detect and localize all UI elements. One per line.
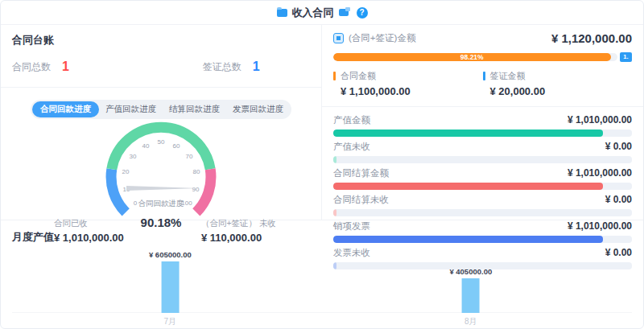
svg-text:90: 90 bbox=[192, 186, 200, 193]
metric-value: ¥ 1,010,000.00 bbox=[568, 220, 632, 232]
unreceived-label: （合同+签证） 未收 bbox=[201, 218, 276, 229]
summary-title: (合同+签证)金额 bbox=[349, 32, 415, 44]
metric-value: ¥ 0.00 bbox=[605, 194, 632, 205]
bar-group: ¥ 605000.00 7月 bbox=[149, 250, 192, 327]
gauge-segment-green bbox=[112, 127, 210, 169]
metric-bar-fill bbox=[333, 209, 336, 216]
legend-visa-amount: 签证金额 ¥ 20,000.00 bbox=[483, 70, 633, 97]
x-tick-label: 7月 bbox=[164, 316, 177, 327]
ledger-stats: 合同总数 1 签证总数 1 bbox=[12, 60, 310, 74]
stat-visa-total: 签证总数 1 bbox=[203, 60, 310, 74]
metric-bar-fill bbox=[333, 130, 603, 137]
metric-label: 销项发票 bbox=[333, 220, 370, 232]
legend-value: ¥ 20,000.00 bbox=[490, 85, 633, 97]
summary-total: ¥ 1,120,000.00 bbox=[551, 31, 632, 45]
metric-bar-fill bbox=[333, 236, 603, 243]
stat-label: 合同总数 bbox=[12, 60, 51, 74]
stacked-bar-track: 98.21% bbox=[333, 53, 617, 61]
metric-label: 产值未收 bbox=[333, 141, 370, 153]
tab-contract-progress[interactable]: 合同回款进度 bbox=[32, 101, 99, 117]
metric-label: 合同结算未收 bbox=[333, 194, 389, 206]
gauge-needle bbox=[126, 186, 199, 191]
divider bbox=[1, 87, 321, 88]
amount-summary-panel: (合同+签证)金额 ¥ 1,120,000.00 98.21% 1. 合同金额 … bbox=[322, 25, 643, 220]
stat-label: 签证总数 bbox=[203, 60, 242, 74]
legend-contract-amount: 合同金额 ¥ 1,100,000.00 bbox=[333, 70, 483, 97]
svg-text:50: 50 bbox=[158, 138, 165, 146]
received-block: 合同已收 ¥ 1,010,000.00 bbox=[54, 218, 124, 244]
received-value: ¥ 1,010,000.00 bbox=[54, 232, 124, 244]
amount-legend: 合同金额 ¥ 1,100,000.00 签证金额 ¥ 20,000.00 bbox=[333, 70, 632, 97]
svg-text:40: 40 bbox=[142, 142, 150, 150]
legend-label: 合同金额 bbox=[341, 70, 376, 82]
progress-tabs: 合同回款进度 产值回款进度 结算回款进度 发票回款进度 bbox=[31, 100, 291, 119]
metric-row: 销项发票¥ 1,010,000.00 bbox=[333, 220, 632, 243]
stat-contract-total: 合同总数 1 bbox=[12, 60, 203, 74]
metric-bar-track bbox=[333, 156, 632, 163]
contract-ledger-panel: 合同台账 合同总数 1 签证总数 1 合同回款进度 产值回款进度 结算回款进度 … bbox=[1, 25, 322, 220]
legend-value: ¥ 1,100,000.00 bbox=[341, 85, 483, 97]
svg-text:80: 80 bbox=[193, 168, 200, 175]
metric-bar-fill bbox=[333, 183, 603, 190]
svg-text:60: 60 bbox=[173, 142, 180, 150]
x-axis-line bbox=[12, 312, 632, 313]
monthly-output-chart: ¥ 605000.00 7月 ¥ 405000.00 8月 bbox=[12, 246, 632, 327]
legend-label: 签证金额 bbox=[490, 70, 526, 82]
stat-value: 1 bbox=[62, 60, 69, 74]
dashboard: 收入合同 ? 合同台账 合同总数 1 签证总数 1 合同回款进度 bbox=[0, 0, 644, 329]
metric-bar-track bbox=[333, 209, 632, 216]
bar[interactable] bbox=[161, 261, 179, 313]
svg-text:70: 70 bbox=[186, 153, 193, 160]
visa-amount-chip: 1. bbox=[620, 52, 632, 62]
unreceived-value: ¥ 110,000.00 bbox=[201, 232, 276, 244]
gauge-chart: 0 10 20 30 40 50 60 70 80 90 100 合同回款进度 bbox=[76, 121, 246, 220]
metric-row: 产值未收¥ 0.00 bbox=[333, 141, 632, 163]
metric-row: 合同结算金额¥ 1,010,000.00 bbox=[333, 167, 632, 190]
bar-value-label: ¥ 605000.00 bbox=[149, 250, 192, 259]
bar-value-label: ¥ 405000.00 bbox=[449, 267, 492, 276]
ledger-title: 合同台账 bbox=[12, 33, 310, 47]
gauge-title: 合同回款进度 bbox=[138, 199, 184, 208]
metric-bar-track bbox=[333, 236, 632, 243]
gauge-ticks: 0 10 20 30 40 50 60 70 80 90 100 bbox=[122, 138, 200, 207]
metric-label: 合同结算金额 bbox=[333, 167, 389, 179]
tab-output-progress[interactable]: 产值回款进度 bbox=[99, 101, 163, 117]
metric-bar-track bbox=[333, 183, 632, 190]
metric-bar-track bbox=[333, 130, 632, 137]
tab-settlement-progress[interactable]: 结算回款进度 bbox=[163, 101, 226, 117]
divider bbox=[322, 106, 643, 107]
legend-color-chip bbox=[333, 72, 336, 80]
metric-row: 合同结算未收¥ 0.00 bbox=[333, 194, 632, 216]
doc-icon bbox=[339, 9, 349, 16]
x-tick-label: 8月 bbox=[464, 316, 477, 327]
contract-amount-bar: 98.21% bbox=[333, 53, 611, 61]
metric-row: 产值金额¥ 1,010,000.00 bbox=[333, 114, 632, 137]
legend-color-chip bbox=[483, 72, 485, 80]
amount-stacked-bar: 98.21% 1. bbox=[333, 52, 632, 62]
metric-bar-fill bbox=[333, 156, 336, 163]
help-icon[interactable]: ? bbox=[357, 7, 368, 19]
metric-label: 产值金额 bbox=[333, 114, 370, 126]
received-label: 合同已收 bbox=[54, 218, 124, 229]
bar[interactable] bbox=[462, 278, 480, 313]
tab-invoice-progress[interactable]: 发票回款进度 bbox=[226, 101, 290, 117]
unreceived-block: （合同+签证） 未收 ¥ 110,000.00 bbox=[201, 218, 276, 244]
metric-value: ¥ 1,010,000.00 bbox=[568, 167, 632, 179]
page-title: 收入合同 bbox=[292, 6, 334, 20]
svg-text:20: 20 bbox=[122, 168, 130, 175]
folder-icon bbox=[277, 9, 287, 17]
contract-icon bbox=[333, 33, 344, 43]
bar-group: ¥ 405000.00 8月 bbox=[449, 267, 492, 327]
metric-value: ¥ 1,010,000.00 bbox=[568, 114, 632, 125]
svg-text:30: 30 bbox=[130, 153, 137, 160]
stat-value: 1 bbox=[253, 60, 260, 74]
svg-text:0: 0 bbox=[134, 199, 138, 207]
metric-value: ¥ 0.00 bbox=[605, 141, 632, 152]
header: 收入合同 ? bbox=[1, 1, 643, 25]
